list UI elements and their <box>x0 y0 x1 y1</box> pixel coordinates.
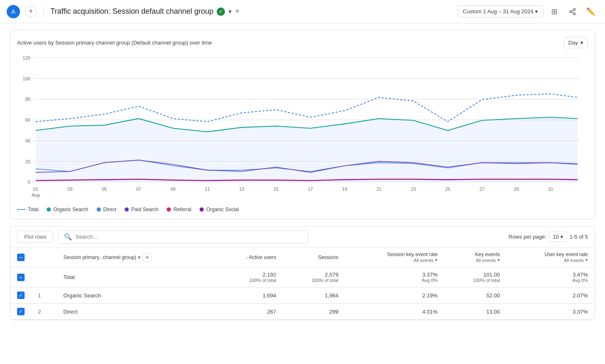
rows-per-page-value: 10 <box>552 234 558 240</box>
svg-text:19: 19 <box>342 187 347 192</box>
total-user-key-event-rate: 3.47% <box>572 272 588 278</box>
share-icon[interactable] <box>565 4 580 19</box>
status-check-icon: ✓ <box>217 7 225 16</box>
dimension-header-label: Session primary...channel group) <box>63 254 136 260</box>
row1-channel-cell: Organic Search <box>57 287 215 304</box>
legend-organic-social[interactable]: Organic Social <box>200 207 239 212</box>
dimension-chevron-icon[interactable]: ▾ <box>138 254 140 260</box>
total-sessions: 2,579 <box>325 272 339 278</box>
total-active-users-cell: 2,192 100% of total <box>215 267 283 287</box>
user-key-event-rate-header[interactable]: User key event rate All events ▾ <box>507 247 595 267</box>
total-sessions-cell: 2,579 100% of total <box>283 267 345 287</box>
active-users-header[interactable]: ↓Active users <box>215 247 283 267</box>
row1-sessions-cell: 1,964 <box>283 287 345 304</box>
total-session-key-event-rate: 3.37% <box>422 272 438 278</box>
legend-referral[interactable]: Referral <box>167 207 191 212</box>
session-key-event-chevron-icon[interactable]: ▾ <box>435 257 438 263</box>
row2-user-key-event-rate: 3.37% <box>572 309 588 315</box>
total-checkbox[interactable] <box>17 274 25 281</box>
total-key-events-cell: 101.00 100% of total <box>444 267 506 287</box>
granularity-selector[interactable]: Day ▾ <box>564 37 588 48</box>
rows-per-page-chevron: ▾ <box>560 234 563 240</box>
key-events-all-events-label: All events <box>476 258 496 263</box>
legend-organic-search-label: Organic Search <box>53 207 88 212</box>
legend-paid-search[interactable]: Paid Search <box>125 207 158 212</box>
svg-text:11: 11 <box>205 187 210 192</box>
plot-rows-button[interactable]: Plot rows <box>17 231 53 243</box>
table-row: 1 Organic Search 1,694 1,964 2.19% <box>10 287 595 304</box>
total-active-users-sub: 100% of total <box>250 278 276 283</box>
page-info: 1-5 of 5 <box>570 234 588 240</box>
legend-organic-search[interactable]: Organic Search <box>47 207 88 212</box>
paid-search-dot-icon <box>125 207 129 212</box>
row2-checkbox-cell <box>10 304 31 320</box>
legend-total-label: Total <box>28 207 38 212</box>
sessions-header[interactable]: Sessions <box>283 247 345 267</box>
svg-text:100: 100 <box>23 76 30 81</box>
table-section: Plot rows 🔍 Rows per page: 10 ▾ 1-5 of 5 <box>10 226 595 320</box>
session-key-event-rate-header[interactable]: Session key event rate All events ▾ <box>345 247 444 267</box>
row2-key-events-cell: 13.00 <box>444 304 506 320</box>
total-line-icon <box>17 209 25 210</box>
user-key-event-rate-label: User key event rate <box>545 252 588 257</box>
total-session-key-event-rate-cell: 3.37% Avg 0% <box>345 267 444 287</box>
data-table: Session primary...channel group) ▾ + ↓Ac… <box>10 247 595 320</box>
row1-key-events: 52.00 <box>486 292 500 299</box>
legend-paid-search-label: Paid Search <box>131 207 158 212</box>
svg-text:03: 03 <box>68 187 72 192</box>
legend-direct[interactable]: Direct <box>97 207 116 212</box>
total-active-users: 2,192 <box>262 272 276 278</box>
key-events-chevron-icon[interactable]: ▾ <box>498 257 500 263</box>
search-icon: 🔍 <box>64 233 72 241</box>
svg-text:0: 0 <box>28 180 30 184</box>
total-num-cell <box>31 267 57 287</box>
row2-num-cell: 2 <box>31 304 57 320</box>
compare-icon[interactable]: ⊞ <box>547 4 562 19</box>
row2-checkbox[interactable] <box>17 308 25 315</box>
key-events-header[interactable]: Key events All events ▾ <box>444 247 506 267</box>
session-key-event-all-events-label: All events <box>414 258 434 263</box>
add-dimension-button[interactable]: + <box>142 252 152 262</box>
total-label-cell: Total <box>57 267 215 287</box>
svg-text:Aug: Aug <box>32 192 40 197</box>
svg-text:40: 40 <box>25 138 30 143</box>
title-dropdown-chevron[interactable]: ▾ <box>228 7 232 15</box>
rows-per-page-select[interactable]: 10 ▾ <box>549 232 567 242</box>
row1-session-key-event-rate-cell: 2.19% <box>345 287 444 304</box>
row2-session-key-event-rate: 4.01% <box>422 309 438 315</box>
chart-svg: 120 100 80 60 40 20 0 <box>17 53 588 203</box>
user-key-event-all-events-label: All events <box>564 258 584 263</box>
svg-text:17: 17 <box>308 187 313 192</box>
row1-user-key-event-rate: 2.07% <box>572 292 588 299</box>
legend-total[interactable]: Total <box>17 207 38 212</box>
svg-line-4 <box>571 10 573 11</box>
row1-checkbox[interactable] <box>17 292 25 299</box>
row2-sessions: 299 <box>329 309 338 315</box>
select-all-checkbox[interactable] <box>17 254 25 261</box>
table-row: 2 Direct 267 299 4.01% 13.00 <box>10 304 595 320</box>
add-tab-button[interactable]: + <box>25 6 37 17</box>
pencil-icon[interactable]: ✏️ <box>583 4 598 19</box>
legend-organic-social-label: Organic Social <box>206 207 239 212</box>
user-key-event-chevron-icon[interactable]: ▾ <box>585 257 588 263</box>
svg-text:01: 01 <box>33 187 38 192</box>
svg-text:25: 25 <box>445 187 450 192</box>
title-add-button[interactable]: + <box>235 7 240 16</box>
total-label: Total <box>63 274 75 280</box>
search-input[interactable] <box>75 234 303 240</box>
chart-section: Active users by Session primary channel … <box>10 30 595 219</box>
svg-text:13: 13 <box>239 187 244 192</box>
row1-channel: Organic Search <box>63 292 101 299</box>
date-range-text: Custom 1 Aug – 31 Aug 2024 <box>463 8 533 15</box>
svg-text:09: 09 <box>170 187 175 192</box>
svg-text:05: 05 <box>102 187 107 192</box>
total-key-events-sub: 100% of total <box>473 278 500 283</box>
row1-user-key-event-rate-cell: 2.07% <box>507 287 595 304</box>
svg-text:31: 31 <box>548 187 553 192</box>
total-user-key-event-rate-sub: Avg 0% <box>572 278 588 283</box>
legend-direct-label: Direct <box>103 207 116 212</box>
organic-search-dot-icon <box>47 207 51 212</box>
date-range-picker[interactable]: Custom 1 Aug – 31 Aug 2024 ▾ <box>458 5 543 17</box>
svg-point-2 <box>573 13 575 15</box>
chart-title: Active users by Session primary channel … <box>17 40 212 46</box>
